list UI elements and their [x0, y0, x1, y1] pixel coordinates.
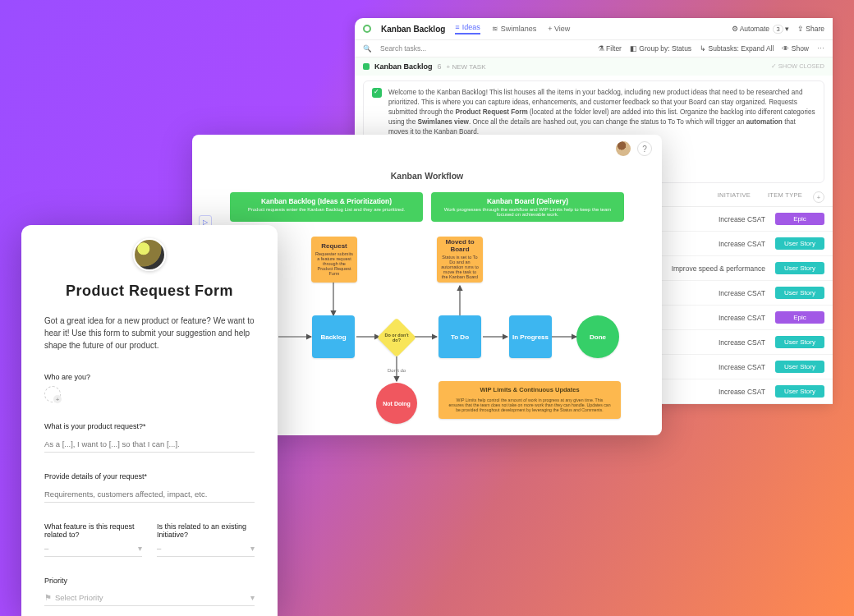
cell-type: User Story	[775, 287, 824, 299]
robot-icon: ⚙	[732, 25, 738, 33]
cell-type: User Story	[775, 361, 824, 373]
toolbar-right: ⚙ Automate 3 ▾ ⇪ Share	[732, 25, 824, 33]
check-icon	[372, 88, 382, 98]
feature-select[interactable]: –▾	[44, 540, 142, 557]
subtasks-button[interactable]: ↳ Subtasks: Expand All	[700, 44, 774, 53]
node-moved-to-board[interactable]: Moved to Board Status is set to To Do an…	[437, 237, 483, 283]
new-task-button[interactable]: + NEW TASK	[447, 63, 486, 71]
form-avatar	[133, 238, 166, 271]
chevron-down-icon: ▾	[250, 544, 255, 553]
more-icon[interactable]: ⋯	[817, 44, 824, 53]
node-not-doing[interactable]: Not Doing	[376, 383, 417, 424]
lane-backlog[interactable]: Kanban Backlog (Ideas & Prioritization) …	[230, 192, 423, 222]
add-column-button[interactable]: +	[813, 191, 824, 203]
initiative-label: Is this related to an existing Initiativ…	[157, 522, 255, 540]
initiative-select[interactable]: –▾	[157, 540, 255, 557]
priority-select[interactable]: ⚑Select Priority ▾	[44, 590, 255, 606]
flag-icon: ⚑	[44, 593, 52, 602]
who-label: Who are you?	[44, 373, 255, 381]
view-tabs: ≡ Ideas ≋ Swimlanes + View	[455, 23, 570, 34]
list-header: Kanban Backlog 6 + NEW TASK ✓ SHOW CLOSE…	[355, 57, 833, 76]
automate-button[interactable]: ⚙ Automate 3 ▾	[732, 25, 789, 33]
show-button[interactable]: 👁 Show	[782, 44, 809, 53]
list-status-icon	[363, 25, 371, 33]
chevron-down-icon: ▾	[785, 25, 789, 33]
tab-ideas[interactable]: ≡ Ideas	[455, 23, 480, 34]
search-icon: 🔍	[363, 44, 372, 53]
feature-label: What feature is this request related to?	[44, 522, 142, 540]
filter-button[interactable]: ⚗ Filter	[598, 44, 622, 53]
share-icon: ⇪	[797, 25, 804, 33]
lane-board[interactable]: Kanban Board (Delivery) Work progresses …	[431, 192, 624, 222]
show-closed-toggle[interactable]: ✓ SHOW CLOSED	[771, 63, 824, 70]
product-request-form: Product Request Form Got a great idea fo…	[21, 225, 278, 616]
details-input[interactable]	[44, 486, 255, 503]
chevron-down-icon: ▾	[138, 544, 142, 553]
node-in-progress[interactable]: In Progress	[509, 315, 552, 358]
node-wip-limits[interactable]: WIP Limits & Continuous Updates WIP Limi…	[438, 381, 621, 419]
filter-bar: 🔍 Search tasks... ⚗ Filter ◧ Group by: S…	[355, 40, 833, 57]
node-request[interactable]: Request Requester submits a feature requ…	[311, 237, 357, 283]
details-label: Provide details of your request*	[44, 472, 255, 480]
view-toolbar: Kanban Backlog ≡ Ideas ≋ Swimlanes + Vie…	[355, 18, 833, 40]
swimlanes-icon: ≋	[492, 25, 498, 33]
cell-type: Epic	[775, 311, 824, 324]
tab-add-view[interactable]: + View	[548, 23, 570, 34]
tab-swimlanes[interactable]: ≋ Swimlanes	[492, 23, 537, 34]
priority-label: Priority	[44, 577, 255, 585]
col-item-type[interactable]: ITEM TYPE	[760, 191, 810, 203]
node-backlog[interactable]: Backlog	[312, 315, 355, 358]
workflow-title: Kanban Workflow	[192, 171, 662, 181]
help-icon[interactable]: ?	[637, 141, 652, 156]
list-name[interactable]: Kanban Backlog	[374, 62, 433, 71]
request-label: What is your product request?*	[44, 422, 255, 430]
task-count: 6	[438, 62, 442, 71]
user-avatar[interactable]	[616, 141, 631, 156]
list-icon: ≡	[455, 23, 459, 31]
arrow-label-dont: Don't do	[388, 368, 406, 373]
node-todo[interactable]: To Do	[438, 315, 481, 358]
cell-type: User Story	[775, 385, 824, 398]
form-description: Got a great idea for a new product or fe…	[44, 315, 255, 352]
status-square-icon	[363, 63, 370, 70]
chevron-down-icon: ▾	[250, 593, 255, 602]
cell-type: Epic	[775, 213, 824, 225]
form-title: Product Request Form	[44, 283, 255, 300]
share-button[interactable]: ⇪ Share	[797, 25, 824, 33]
cell-type: User Story	[775, 336, 824, 348]
assign-person-icon[interactable]	[44, 386, 61, 402]
list-title: Kanban Backlog	[381, 25, 445, 34]
cell-type: User Story	[775, 262, 824, 274]
request-input[interactable]	[44, 436, 255, 453]
search-input[interactable]: Search tasks...	[380, 44, 426, 53]
node-done[interactable]: Done	[576, 315, 619, 358]
node-decision[interactable]: Do or don't do?	[377, 318, 416, 357]
cell-type: User Story	[775, 237, 824, 250]
groupby-button[interactable]: ◧ Group by: Status	[630, 44, 691, 53]
